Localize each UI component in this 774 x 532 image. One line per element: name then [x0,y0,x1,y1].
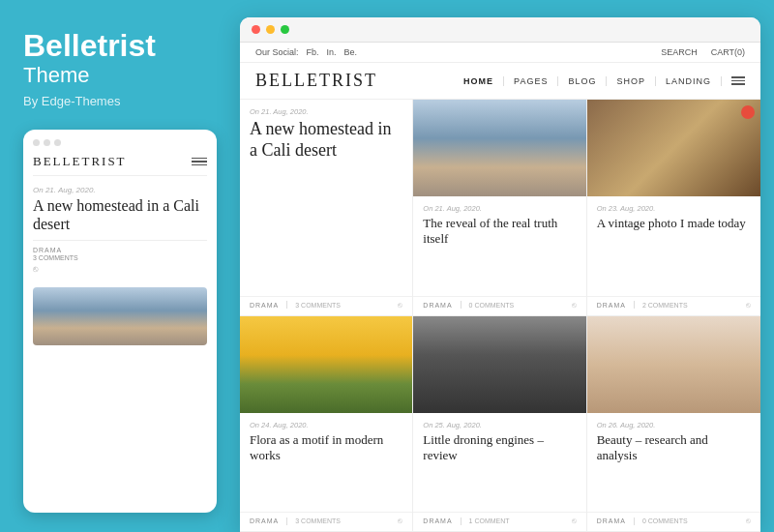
article-divider-4 [286,517,287,525]
nav-links: HOME PAGES BLOG SHOP LANDING [454,76,745,86]
article-title-2[interactable]: The reveal of the real truth itself [423,216,576,248]
article-footer-2: DRAMA 0 COMMENTS ⎋ [413,296,585,315]
nav-landing[interactable]: LANDING [656,76,722,86]
article-comments-6: 0 COMMENTS [642,517,688,524]
mobile-article-date: On 21. Aug, 2020. [33,186,207,194]
article-tag-2: DRAMA [423,302,452,309]
social-fb[interactable]: Fb. [307,47,319,57]
article-divider-6 [634,517,635,525]
site-logo[interactable]: BELLETRIST [255,71,377,91]
brand-name: Belletrist [23,29,217,63]
article-tag-6: DRAMA [597,517,626,524]
article-image-6 [587,316,760,413]
mobile-dots [33,139,207,146]
browser-dot-minimize[interactable] [266,25,275,34]
article-title-6[interactable]: Beauty – research and analysis [597,432,751,464]
mobile-share-icon: ⎋ [33,264,207,274]
article-date-1: On 21. Aug, 2020. [250,107,402,116]
social-in[interactable]: In. [327,47,337,57]
mobile-dot-1 [33,139,40,146]
mobile-article: On 21. Aug, 2020. A new homestead in a C… [33,184,207,279]
brand-by: By Edge-Themes [23,94,217,108]
article-title-3[interactable]: A vintage photo I made today [597,216,751,231]
mobile-article-comments: 3 COMMENTS [33,254,207,261]
article-title-1[interactable]: A new homestead in a Cali desert [250,119,402,161]
article-comments-3: 2 COMMENTS [642,302,688,309]
article-share-5[interactable]: ⎋ [572,517,577,525]
article-card-2: On 21. Aug, 2020. The reveal of the real… [413,100,586,316]
browser-dot-close[interactable] [252,25,260,34]
article-card-4: On 24. Aug, 2020. Flora as a motif in mo… [240,316,413,533]
article-card-5: On 25. Aug, 2020. Little droning engines… [413,316,586,533]
mobile-preview-image [33,287,207,345]
article-comments-2: 0 COMMENTS [469,302,515,309]
nav-pages[interactable]: PAGES [504,76,558,86]
browser-panel: Our Social: Fb. In. Be. SEARCH CART(0) B… [240,17,760,532]
mobile-dot-3 [54,139,61,146]
article-image-5 [413,316,585,413]
article-footer-3: DRAMA 2 COMMENTS ⎋ [587,296,760,315]
article-tag-4: DRAMA [250,517,279,524]
search-link[interactable]: SEARCH [661,47,698,57]
article-footer-4: DRAMA 3 COMMENTS ⎋ [240,512,412,531]
nav-home[interactable]: HOME [454,76,504,86]
article-comments-5: 1 COMMENT [469,517,510,524]
article-divider-3 [634,301,635,309]
mobile-preview: BELLETRIST On 21. Aug, 2020. A new homes… [23,130,217,513]
browser-dot-maximize[interactable] [281,25,289,34]
article-body-4: On 24. Aug, 2020. Flora as a motif in mo… [240,413,412,513]
article-share-2[interactable]: ⎋ [572,301,577,310]
article-share-6[interactable]: ⎋ [746,517,751,525]
article-date-3: On 23. Aug, 2020. [597,204,751,213]
article-tag-1: DRAMA [250,302,279,309]
article-image-2 [413,100,585,196]
article-image-4 [240,316,412,413]
article-body-2: On 21. Aug, 2020. The reveal of the real… [413,196,585,296]
article-share-1[interactable]: ⎋ [398,301,402,310]
article-footer-1: DRAMA 3 COMMENTS ⎋ [240,296,412,315]
article-image-3 [587,100,760,196]
mobile-article-title: A new homestead in a Cali desert [33,196,207,233]
nav-hamburger-icon[interactable] [731,76,745,85]
article-divider-1 [286,301,287,309]
cart-link[interactable]: CART(0) [711,47,745,57]
mobile-nav: BELLETRIST [33,154,207,176]
nav-shop[interactable]: SHOP [607,76,656,86]
article-comments-4: 3 COMMENTS [295,517,341,524]
article-tag-3: DRAMA [597,302,626,309]
article-divider-2 [461,301,461,309]
brand-subtitle: Theme [23,63,217,88]
site-topbar: Our Social: Fb. In. Be. SEARCH CART(0) [240,43,760,63]
article-card-1: On 21. Aug, 2020. A new homestead in a C… [240,100,413,316]
mobile-dot-2 [44,139,50,146]
social-label: Our Social: [255,47,299,57]
article-title-5[interactable]: Little droning engines – review [423,432,576,464]
mobile-article-meta: DRAMA 3 COMMENTS [33,247,207,261]
nav-blog[interactable]: BLOG [558,76,607,86]
article-footer-5: DRAMA 1 COMMENT ⎋ [413,512,585,531]
mobile-article-tag: DRAMA [33,247,207,253]
browser-bar [240,17,760,43]
article-date-2: On 21. Aug, 2020. [423,204,576,213]
article-date-4: On 24. Aug, 2020. [250,421,402,429]
social-be[interactable]: Be. [344,47,358,57]
article-date-5: On 25. Aug, 2020. [423,421,576,429]
left-panel: Belletrist Theme By Edge-Themes BELLETRI… [0,0,240,532]
article-share-3[interactable]: ⎋ [746,301,751,310]
article-comments-1: 3 COMMENTS [295,302,341,309]
topbar-right: SEARCH CART(0) [661,47,745,57]
site-nav: BELLETRIST HOME PAGES BLOG SHOP LANDING [240,63,760,100]
article-body-1: On 21. Aug, 2020. A new homestead in a C… [240,100,412,296]
article-share-4[interactable]: ⎋ [398,517,402,525]
mobile-logo: BELLETRIST [33,154,127,169]
content-grid: On 21. Aug, 2020. A new homestead in a C… [240,100,760,532]
article-body-3: On 23. Aug, 2020. A vintage photo I made… [587,196,760,296]
mobile-hamburger-icon[interactable] [192,158,207,166]
article-footer-6: DRAMA 0 COMMENTS ⎋ [587,512,760,531]
red-badge [741,105,755,119]
article-card-3: On 23. Aug, 2020. A vintage photo I made… [587,100,760,316]
article-date-6: On 26. Aug, 2020. [597,421,751,429]
article-card-6: On 26. Aug, 2020. Beauty – research and … [587,316,760,533]
article-title-4[interactable]: Flora as a motif in modern works [250,432,402,464]
article-body-6: On 26. Aug, 2020. Beauty – research and … [587,413,760,513]
